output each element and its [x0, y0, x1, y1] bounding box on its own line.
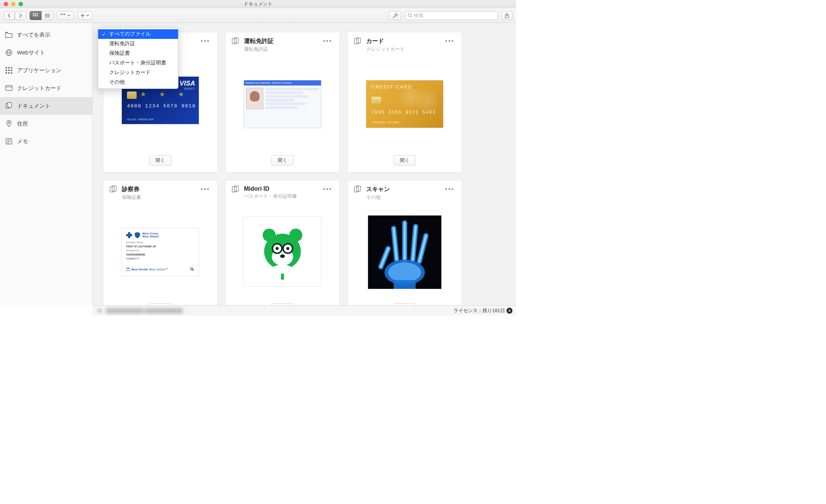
svg-point-34: [8, 122, 10, 124]
filter-item-other[interactable]: その他: [98, 77, 178, 87]
sidebar-item-label: ドキュメント: [17, 103, 50, 110]
add-button[interactable]: [77, 11, 93, 20]
key-icon: [392, 13, 398, 18]
key-button[interactable]: [389, 11, 401, 20]
sidebar: すべてを表示 Webサイト アプリケーション クレジットカード ドキュメント: [0, 23, 93, 305]
document-card[interactable]: 診察券 保険証書 ••• Blue Cross Blue Shield: [103, 180, 218, 305]
svg-point-59: [286, 247, 289, 250]
filter-item-credit-card[interactable]: クレジットカード: [98, 68, 178, 77]
titlebar: ドキュメント: [0, 0, 516, 8]
open-folder-icon: [5, 31, 13, 39]
filter-item-label: パスポート・身分証明書: [109, 60, 166, 66]
filter-item-insurance[interactable]: 保険証書: [98, 49, 178, 58]
svg-rect-1: [35, 13, 36, 14]
license-status: ライセンス：残り181日: [454, 307, 505, 314]
document-card[interactable]: スキャン その他 •••: [347, 180, 462, 305]
search-icon: [408, 13, 412, 18]
svg-rect-17: [505, 15, 509, 18]
document-icon: [5, 102, 13, 110]
svg-point-58: [276, 247, 279, 250]
chip-icon: [127, 91, 137, 99]
svg-rect-30: [6, 86, 12, 90]
card-menu-button[interactable]: •••: [199, 37, 211, 46]
card-menu-button[interactable]: •••: [444, 186, 456, 201]
svg-rect-47: [126, 268, 130, 271]
chevron-down-icon: [67, 14, 70, 17]
sidebar-item-applications[interactable]: アプリケーション: [0, 61, 92, 79]
search-input[interactable]: [414, 13, 495, 18]
document-card[interactable]: Midori ID パスポート・身分証明書 •••: [225, 180, 340, 305]
vision-label: Blue Vision℠: [149, 268, 168, 271]
ins-group: 910003777: [126, 257, 194, 260]
document-icon: [231, 186, 240, 194]
dental-label: Blue Dental: [131, 268, 148, 271]
svg-rect-29: [11, 72, 12, 74]
svg-point-14: [395, 13, 397, 16]
minimize-window-button[interactable]: [11, 2, 16, 6]
filter-item-passport-id[interactable]: パスポート・身分証明書: [98, 58, 178, 68]
sidebar-item-credit-cards[interactable]: クレジットカード: [0, 79, 92, 97]
document-card[interactable]: カード クレジットカード ••• CREDIT CARD 7845 3156 0…: [347, 32, 462, 173]
svg-line-16: [411, 16, 412, 18]
svg-rect-25: [8, 70, 10, 71]
list-view-button[interactable]: [41, 11, 53, 20]
lock-button[interactable]: [501, 11, 512, 20]
svg-rect-4: [35, 15, 36, 16]
open-button[interactable]: 開く: [394, 155, 416, 166]
toolbar: [0, 8, 516, 23]
cardholder: VALUED CARDHOLDER: [127, 118, 153, 121]
sidebar-item-label: Webサイト: [17, 49, 45, 56]
card-menu-button[interactable]: •••: [199, 186, 211, 201]
xray-hand-icon: [368, 216, 441, 289]
card-menu-button[interactable]: •••: [321, 37, 334, 53]
sidebar-item-label: クレジットカード: [17, 85, 61, 92]
card-subtitle: 運転免許証: [244, 46, 317, 53]
sidebar-item-all[interactable]: すべてを表示: [0, 26, 92, 44]
ins-label: Enrollee Name: [126, 241, 194, 244]
filter-item-license[interactable]: 運転免許証: [98, 39, 178, 49]
svg-rect-33: [8, 103, 11, 107]
open-button[interactable]: 開く: [271, 155, 294, 166]
document-icon: [231, 37, 240, 46]
card-subtitle: パスポート・身分証明書: [244, 193, 317, 200]
sidebar-item-websites[interactable]: Webサイト: [0, 44, 92, 61]
card-preview: [244, 216, 321, 287]
svg-point-68: [99, 309, 101, 311]
sidebar-item-documents[interactable]: ドキュメント: [0, 97, 92, 115]
rx-label: ℞: [190, 267, 194, 272]
card-subtitle: クレジットカード: [366, 46, 439, 53]
grid-view-button[interactable]: [30, 11, 41, 20]
blue-shield-icon: [134, 232, 140, 238]
zoom-window-button[interactable]: [19, 2, 23, 6]
sidebar-item-addresses[interactable]: 住所: [0, 115, 92, 133]
briefcase-icon: [126, 267, 130, 271]
license-bar: PERMIS DE CONDUIRE · DRIVING LICENCE: [244, 80, 321, 86]
svg-rect-24: [6, 70, 7, 71]
search-field[interactable]: [405, 11, 498, 20]
back-button[interactable]: [4, 11, 15, 20]
card-menu-button[interactable]: •••: [321, 186, 334, 200]
blue-cross-icon: [126, 232, 132, 238]
filter-item-all-files[interactable]: すべてのファイル: [98, 29, 178, 39]
sidebar-item-label: アプリケーション: [17, 67, 61, 74]
svg-rect-0: [33, 13, 34, 14]
document-card[interactable]: 運転免許証 運転免許証 ••• PERMIS DE CONDUIRE · DRI…: [225, 32, 340, 173]
close-window-button[interactable]: [4, 2, 8, 6]
license-next-button[interactable]: [506, 308, 512, 314]
forward-button[interactable]: [15, 11, 26, 20]
card-title: スキャン: [366, 186, 439, 193]
ins-label: Enrollee ID: [126, 249, 194, 252]
card-title: Midori ID: [244, 186, 317, 192]
card-menu-button[interactable]: •••: [444, 37, 456, 53]
filter-item-label: すべてのファイル: [109, 31, 151, 37]
user-avatar-icon[interactable]: [96, 307, 103, 314]
location-icon: [5, 120, 13, 127]
open-button[interactable]: 開く: [149, 155, 171, 166]
cardholder: FIRSTNAME LASTNAME: [371, 121, 399, 124]
debit-label: DEBIT: [184, 87, 195, 90]
card-subtitle: その他: [366, 194, 439, 201]
card-number: 4000 1234 5678 9010: [127, 103, 196, 109]
sidebar-item-notes[interactable]: メモ: [0, 133, 92, 150]
filter-menu: すべてのファイル 運転免許証 保険証書 パスポート・身分証明書 クレジットカード…: [98, 27, 178, 89]
filter-dropdown-button[interactable]: [57, 11, 74, 20]
